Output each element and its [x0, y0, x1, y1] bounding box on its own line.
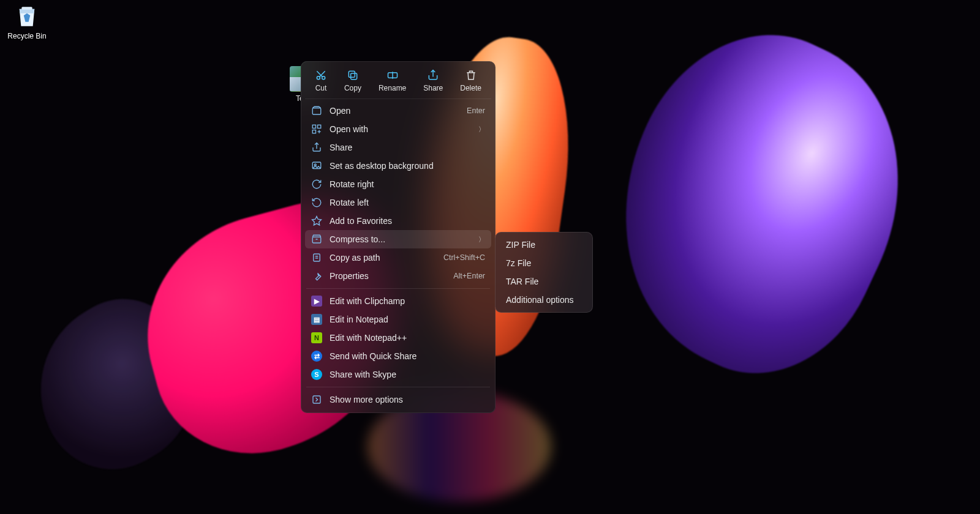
share-label: Share — [423, 84, 443, 92]
cut-label: Cut — [315, 84, 327, 92]
copy-button[interactable]: Copy — [342, 68, 364, 94]
svg-rect-14 — [313, 396, 320, 403]
menu-share-skype-label: Share with Skype — [330, 370, 485, 379]
submenu-zip-label: ZIP File — [506, 240, 535, 250]
submenu-tar[interactable]: TAR File — [499, 272, 589, 291]
submenu-7z[interactable]: 7z File — [499, 254, 589, 272]
menu-show-more[interactable]: Show more options — [305, 390, 491, 409]
recycle-bin-label: Recycle Bin — [7, 32, 46, 40]
chevron-right-icon: 〉 — [478, 235, 485, 244]
menu-set-background[interactable]: Set as desktop background — [305, 157, 491, 175]
menu-open-label: Open — [330, 106, 459, 116]
picture-icon — [311, 160, 322, 171]
menu-add-favorites[interactable]: Add to Favorites — [305, 212, 491, 230]
share-button[interactable]: Share — [421, 68, 445, 94]
menu-rotate-right-label: Rotate right — [330, 179, 485, 189]
svg-rect-8 — [318, 125, 321, 128]
wrench-icon — [311, 270, 322, 281]
star-icon — [311, 215, 322, 226]
archive-icon — [311, 234, 322, 245]
cut-button[interactable]: Cut — [312, 68, 330, 94]
svg-rect-9 — [312, 130, 315, 133]
menu-edit-notepadpp[interactable]: N Edit with Notepad++ — [305, 329, 491, 347]
menu-open[interactable]: Open Enter — [305, 102, 491, 120]
separator — [306, 288, 490, 289]
menu-properties[interactable]: Properties Alt+Enter — [305, 267, 491, 285]
share-icon — [427, 69, 439, 81]
menu-open-hint: Enter — [467, 106, 485, 115]
menu-copy-path-hint: Ctrl+Shift+C — [443, 253, 485, 262]
menu-rotate-left[interactable]: Rotate left — [305, 193, 491, 212]
cut-icon — [315, 69, 327, 81]
svg-rect-13 — [314, 254, 320, 261]
menu-share-skype[interactable]: S Share with Skype — [305, 365, 491, 384]
submenu-additional-label: Additional options — [506, 295, 574, 305]
svg-rect-4 — [349, 71, 355, 77]
menu-copy-path[interactable]: Copy as path Ctrl+Shift+C — [305, 248, 491, 267]
menu-rotate-left-label: Rotate left — [330, 198, 485, 207]
clipchamp-icon: ▶ — [311, 296, 322, 307]
menu-add-favorites-label: Add to Favorites — [330, 216, 485, 226]
rename-label: Rename — [379, 84, 406, 92]
menu-open-with[interactable]: Open with 〉 — [305, 120, 491, 138]
menu-edit-notepad-label: Edit in Notepad — [330, 315, 485, 324]
copy-path-icon — [311, 252, 322, 263]
menu-share[interactable]: Share — [305, 138, 491, 157]
menu-compress-to[interactable]: Compress to... 〉 — [305, 230, 491, 248]
delete-label: Delete — [460, 84, 481, 92]
menu-edit-clipchamp[interactable]: ▶ Edit with Clipchamp — [305, 292, 491, 310]
menu-edit-notepadpp-label: Edit with Notepad++ — [330, 333, 485, 343]
rename-button[interactable]: Rename — [376, 68, 409, 94]
menu-edit-clipchamp-label: Edit with Clipchamp — [330, 296, 485, 306]
submenu-additional[interactable]: Additional options — [499, 291, 589, 309]
recycle-bin-icon — [14, 4, 40, 29]
copy-icon — [347, 69, 359, 81]
menu-properties-label: Properties — [330, 271, 446, 281]
svg-rect-6 — [312, 108, 321, 115]
context-menu-top-row: Cut Copy Rename Share Delete — [305, 65, 491, 99]
more-options-icon — [311, 394, 322, 405]
rename-icon — [386, 69, 399, 81]
menu-quick-share-label: Send with Quick Share — [330, 351, 485, 361]
menu-edit-notepad[interactable]: ▤ Edit in Notepad — [305, 310, 491, 329]
menu-rotate-right[interactable]: Rotate right — [305, 175, 491, 193]
share-item-icon — [311, 142, 322, 153]
menu-set-background-label: Set as desktop background — [330, 161, 485, 171]
rotate-right-icon — [311, 179, 322, 190]
delete-icon — [465, 69, 477, 81]
context-menu: Cut Copy Rename Share Delete Open Enter … — [301, 61, 496, 413]
rotate-left-icon — [311, 197, 322, 208]
open-icon — [311, 105, 322, 116]
menu-open-with-label: Open with — [330, 124, 471, 134]
submenu-7z-label: 7z File — [506, 258, 531, 268]
skype-icon: S — [311, 369, 322, 380]
svg-rect-7 — [312, 125, 315, 128]
svg-rect-0 — [21, 7, 32, 9]
menu-properties-hint: Alt+Enter — [453, 272, 485, 280]
copy-label: Copy — [344, 84, 361, 92]
submenu-zip[interactable]: ZIP File — [499, 236, 589, 254]
open-with-icon — [311, 124, 322, 135]
notepad-icon: ▤ — [311, 314, 322, 325]
svg-rect-12 — [312, 237, 321, 243]
delete-button[interactable]: Delete — [458, 68, 484, 94]
menu-quick-share[interactable]: ⇄ Send with Quick Share — [305, 347, 491, 365]
submenu-tar-label: TAR File — [506, 277, 538, 286]
compress-submenu: ZIP File 7z File TAR File Additional opt… — [495, 232, 593, 313]
quick-share-icon: ⇄ — [311, 351, 322, 362]
notepadpp-icon: N — [311, 332, 322, 343]
menu-show-more-label: Show more options — [330, 395, 485, 404]
svg-rect-3 — [351, 73, 357, 80]
chevron-right-icon: 〉 — [478, 125, 485, 134]
recycle-bin[interactable]: Recycle Bin — [3, 4, 51, 40]
menu-compress-label: Compress to... — [330, 234, 471, 244]
menu-copy-path-label: Copy as path — [330, 253, 436, 263]
menu-share-label: Share — [330, 143, 485, 152]
separator — [306, 387, 490, 387]
